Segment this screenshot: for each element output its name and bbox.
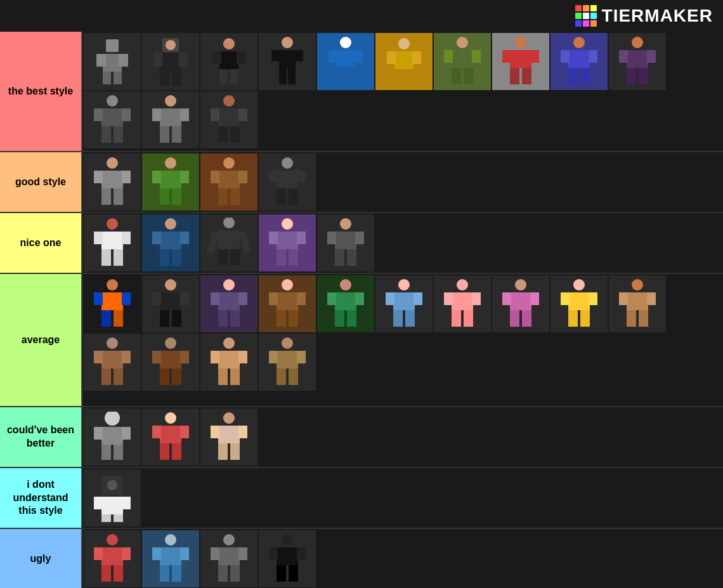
svg-rect-174 bbox=[464, 310, 473, 327]
svg-point-13 bbox=[223, 38, 235, 49]
svg-rect-178 bbox=[530, 292, 539, 305]
tier-label-f: ugly bbox=[0, 529, 81, 588]
list-item bbox=[84, 91, 141, 148]
svg-rect-41 bbox=[452, 68, 461, 84]
svg-rect-142 bbox=[180, 292, 189, 305]
svg-rect-119 bbox=[218, 249, 228, 266]
svg-rect-5 bbox=[114, 72, 122, 84]
svg-rect-188 bbox=[627, 292, 648, 310]
svg-rect-216 bbox=[289, 369, 298, 385]
list-item bbox=[609, 275, 666, 332]
svg-rect-137 bbox=[101, 310, 111, 327]
svg-rect-52 bbox=[589, 50, 597, 63]
svg-rect-38 bbox=[452, 50, 473, 68]
svg-rect-264 bbox=[277, 565, 286, 582]
svg-point-25 bbox=[340, 37, 351, 48]
svg-rect-256 bbox=[211, 547, 219, 560]
list-item bbox=[200, 530, 257, 587]
svg-rect-154 bbox=[297, 292, 306, 305]
svg-point-43 bbox=[515, 37, 526, 48]
list-item bbox=[142, 33, 199, 90]
list-item bbox=[84, 334, 141, 391]
list-item bbox=[317, 33, 374, 90]
svg-rect-263 bbox=[297, 547, 306, 560]
list-item bbox=[259, 154, 316, 211]
list-item bbox=[200, 91, 257, 148]
svg-rect-252 bbox=[160, 565, 169, 582]
svg-rect-24 bbox=[288, 68, 296, 84]
svg-rect-87 bbox=[152, 171, 161, 183]
list-item bbox=[550, 275, 608, 332]
tier-row-d: could've been better bbox=[0, 407, 723, 468]
svg-rect-160 bbox=[355, 292, 364, 305]
svg-rect-69 bbox=[152, 108, 161, 121]
svg-rect-243 bbox=[101, 547, 123, 565]
svg-rect-68 bbox=[160, 108, 181, 126]
svg-rect-206 bbox=[218, 351, 240, 369]
svg-rect-225 bbox=[152, 426, 161, 438]
svg-rect-203 bbox=[160, 369, 169, 385]
svg-point-260 bbox=[282, 534, 293, 546]
svg-point-248 bbox=[165, 534, 176, 546]
svg-point-169 bbox=[457, 279, 468, 291]
list-item bbox=[317, 214, 374, 271]
svg-rect-82 bbox=[122, 171, 131, 183]
svg-point-67 bbox=[165, 95, 176, 107]
svg-rect-9 bbox=[179, 53, 188, 67]
svg-rect-78 bbox=[230, 126, 240, 143]
svg-rect-88 bbox=[180, 171, 189, 183]
svg-rect-251 bbox=[180, 547, 189, 560]
svg-rect-8 bbox=[153, 53, 162, 67]
svg-rect-231 bbox=[211, 426, 219, 438]
svg-rect-60 bbox=[639, 68, 648, 84]
svg-rect-96 bbox=[230, 188, 240, 205]
list-item bbox=[84, 408, 141, 466]
svg-rect-42 bbox=[464, 68, 473, 84]
svg-rect-40 bbox=[472, 50, 481, 63]
list-item bbox=[200, 275, 257, 332]
list-item bbox=[84, 214, 141, 271]
svg-rect-34 bbox=[412, 51, 421, 64]
svg-rect-176 bbox=[510, 292, 531, 310]
svg-point-145 bbox=[223, 279, 235, 291]
svg-point-242 bbox=[107, 534, 118, 546]
svg-rect-186 bbox=[580, 310, 590, 327]
svg-rect-89 bbox=[160, 188, 169, 205]
svg-rect-17 bbox=[219, 69, 228, 84]
logo-text: TIERMAKER bbox=[602, 6, 713, 26]
svg-rect-141 bbox=[152, 292, 161, 305]
svg-rect-62 bbox=[101, 108, 123, 126]
svg-rect-158 bbox=[335, 292, 356, 310]
list-item bbox=[375, 275, 433, 332]
svg-rect-261 bbox=[277, 547, 298, 565]
svg-point-236 bbox=[107, 480, 117, 490]
list-item bbox=[84, 469, 141, 526]
svg-rect-120 bbox=[230, 249, 240, 266]
svg-rect-77 bbox=[218, 126, 228, 143]
svg-rect-233 bbox=[218, 443, 228, 460]
svg-rect-53 bbox=[568, 68, 578, 84]
svg-rect-257 bbox=[238, 547, 247, 560]
svg-rect-247 bbox=[114, 565, 123, 582]
svg-rect-258 bbox=[218, 565, 228, 582]
svg-rect-129 bbox=[327, 232, 336, 244]
list-item bbox=[142, 91, 199, 148]
svg-rect-39 bbox=[444, 50, 453, 63]
svg-rect-234 bbox=[230, 443, 240, 460]
list-item bbox=[259, 214, 316, 271]
svg-rect-148 bbox=[238, 292, 247, 305]
list-item bbox=[259, 334, 316, 391]
svg-point-109 bbox=[165, 218, 176, 230]
svg-rect-219 bbox=[94, 427, 103, 440]
svg-rect-86 bbox=[160, 171, 181, 188]
tiermaker-container: TIERMAKER the best style bbox=[0, 0, 723, 588]
svg-rect-46 bbox=[530, 50, 539, 63]
svg-rect-27 bbox=[329, 50, 337, 63]
list-item bbox=[84, 530, 141, 587]
list-item bbox=[142, 334, 199, 391]
svg-rect-210 bbox=[230, 369, 240, 385]
svg-rect-102 bbox=[289, 188, 298, 205]
svg-rect-90 bbox=[172, 188, 181, 205]
svg-rect-107 bbox=[101, 249, 111, 266]
svg-rect-253 bbox=[172, 565, 181, 582]
